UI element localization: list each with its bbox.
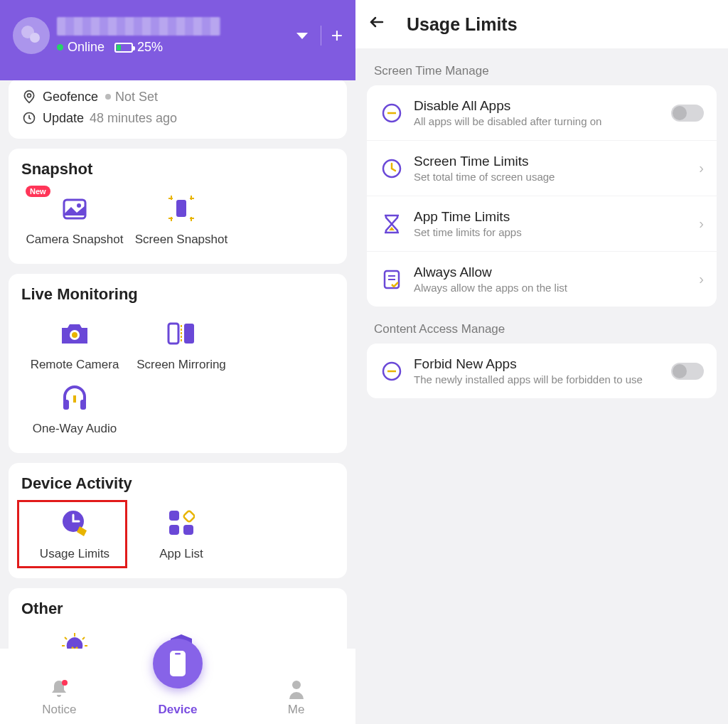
svg-rect-15 <box>169 525 179 535</box>
chevron-right-icon: › <box>699 160 704 176</box>
always-allow-row[interactable]: Always Allow Always allow the apps on th… <box>367 252 717 307</box>
section-label: Screen Time Manage <box>355 48 728 85</box>
disable-all-apps-toggle[interactable] <box>671 105 704 122</box>
screen-snapshot-button[interactable]: Screen Snapshot <box>128 187 235 251</box>
screen-time-card: Disable All Apps All apps will be disabl… <box>367 85 717 307</box>
battery-pct: 25% <box>137 40 163 55</box>
section-title: Device Activity <box>21 474 340 493</box>
forbid-icon <box>380 359 404 383</box>
screenshot-icon <box>167 194 196 223</box>
battery-icon <box>114 43 133 53</box>
section-label: Content Access Manage <box>355 307 728 344</box>
photo-icon <box>60 196 90 221</box>
clock-icon <box>380 156 404 181</box>
svg-rect-27 <box>175 653 181 655</box>
live-monitoring-section: Live Monitoring Remote Camera Screen Mir… <box>9 274 347 453</box>
content-access-card: Forbid New Apps The newly installed apps… <box>367 344 717 398</box>
geofence-row[interactable]: Geofence Not Set <box>21 86 334 107</box>
section-title: Other <box>21 600 340 618</box>
snapshot-section: Snapshot New Camera Snapshot Screen Snap… <box>9 149 347 264</box>
profile-header: Online 25% + <box>0 0 355 80</box>
clock-icon <box>21 110 37 126</box>
disable-all-apps-row[interactable]: Disable All Apps All apps will be disabl… <box>367 85 717 141</box>
app-time-limits-row[interactable]: App Time Limits Set time limits for apps… <box>367 196 717 252</box>
nav-notice[interactable]: Notice <box>0 678 119 717</box>
svg-line-19 <box>65 637 67 639</box>
add-device-button[interactable]: + <box>331 26 343 46</box>
geofence-icon <box>21 89 37 105</box>
device-screen: Online 25% + Geofence Not Set <box>0 0 355 724</box>
svg-point-28 <box>292 681 301 689</box>
bottom-nav: Notice Device Me <box>0 649 355 724</box>
nav-me[interactable]: Me <box>237 678 355 717</box>
phone-icon <box>168 649 187 678</box>
new-badge: New <box>26 186 50 197</box>
divider <box>321 26 321 46</box>
profile-name <box>57 17 220 36</box>
section-title: Live Monitoring <box>21 285 340 304</box>
profile-dropdown-icon[interactable] <box>296 33 308 39</box>
chevron-right-icon: › <box>699 215 704 232</box>
svg-rect-8 <box>184 324 194 344</box>
one-way-audio-button[interactable]: One-Way Audio <box>21 376 128 440</box>
svg-point-3 <box>77 203 81 208</box>
svg-rect-11 <box>80 400 86 410</box>
usage-limits-screen: Usage Limits Screen Time Manage Disable … <box>355 0 728 724</box>
avatar[interactable] <box>13 17 50 54</box>
section-title: Snapshot <box>21 160 340 179</box>
hourglass-icon <box>380 212 404 236</box>
svg-line-20 <box>82 637 85 639</box>
usage-limits-button[interactable]: Usage Limits <box>21 501 128 565</box>
status-dot-icon <box>105 94 111 100</box>
nav-device[interactable]: Device <box>119 681 237 717</box>
online-label: Online <box>68 40 105 55</box>
svg-rect-4 <box>176 200 186 217</box>
bell-icon <box>0 678 119 700</box>
svg-rect-10 <box>63 400 69 410</box>
svg-rect-14 <box>169 511 179 521</box>
update-row[interactable]: Update 48 minutes ago <box>21 107 334 129</box>
chevron-right-icon: › <box>699 271 704 287</box>
usage-limits-icon <box>60 508 90 538</box>
online-dot-icon <box>57 44 63 50</box>
svg-rect-17 <box>183 511 195 523</box>
svg-rect-12 <box>73 395 76 403</box>
app-list-button[interactable]: App List <box>128 501 235 565</box>
app-grid-icon <box>168 509 195 536</box>
camera-icon <box>59 321 90 346</box>
svg-rect-16 <box>183 525 193 535</box>
camera-snapshot-button[interactable]: New Camera Snapshot <box>21 187 128 251</box>
headphones-icon <box>60 384 89 411</box>
allow-list-icon <box>380 267 404 292</box>
svg-rect-7 <box>168 324 178 344</box>
back-arrow-icon[interactable] <box>368 14 385 35</box>
remote-camera-button[interactable]: Remote Camera <box>21 312 128 376</box>
svg-point-25 <box>62 680 68 686</box>
device-info-card: Geofence Not Set Update 48 minutes ago <box>9 80 347 139</box>
mirror-icon <box>166 321 197 346</box>
screen-mirroring-button[interactable]: Screen Mirroring <box>128 312 235 376</box>
svg-point-0 <box>28 94 31 97</box>
screen-time-limits-row[interactable]: Screen Time Limits Set total time of scr… <box>367 141 717 196</box>
device-nav-circle <box>153 639 203 688</box>
disable-icon <box>380 101 404 125</box>
screen-header: Usage Limits <box>355 0 728 48</box>
forbid-new-apps-row[interactable]: Forbid New Apps The newly installed apps… <box>367 344 717 398</box>
svg-point-6 <box>72 332 77 338</box>
person-icon <box>237 678 355 700</box>
device-activity-section: Device Activity Usage Limits App List <box>9 463 347 578</box>
forbid-new-apps-toggle[interactable] <box>671 363 704 380</box>
page-title: Usage Limits <box>407 14 518 35</box>
